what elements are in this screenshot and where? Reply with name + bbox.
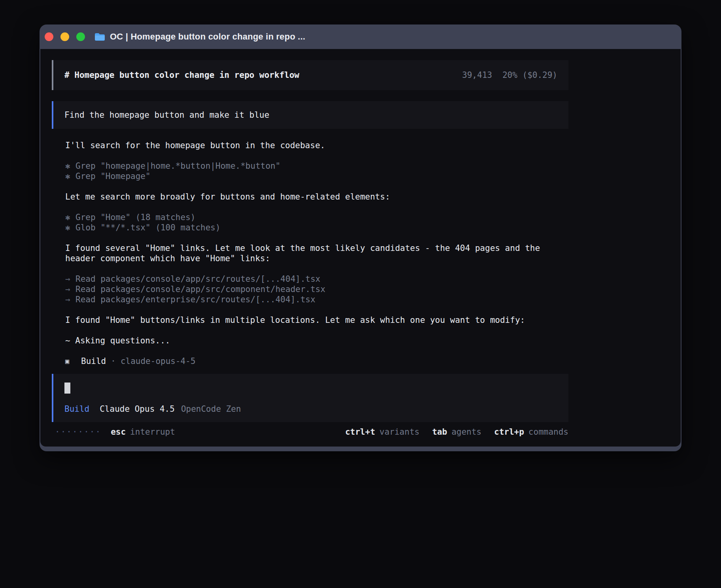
session-header: # Homepage button color change in repo w… [52, 60, 568, 90]
window-title: OC | Homepage button color change in rep… [110, 32, 305, 42]
user-message-text: Find the homepage button and make it blu… [64, 110, 269, 120]
arrow-right-icon: → [65, 294, 75, 305]
shortcut-agents: tab agents [432, 427, 481, 437]
context-usage: 20% ($0.29) [502, 70, 557, 80]
assistant-text: I found "Home" buttons/links in multiple… [65, 315, 568, 325]
window-titlebar: OC | Homepage button color change in rep… [40, 24, 681, 49]
shortcut-label: agents [451, 427, 481, 437]
session-title: # Homepage button color change in repo w… [64, 70, 299, 80]
spinner-dots: ········ [55, 427, 101, 437]
file-read-group: → Read packages/console/app/src/routes/[… [65, 274, 568, 305]
model-label: Claude Opus 4.5 [100, 404, 175, 414]
assistant-text: I'll search for the homepage button in t… [65, 140, 568, 151]
tool-asterisk-icon: ✱ [65, 212, 75, 222]
shortcut-variants: ctrl+t variants [345, 427, 419, 437]
agent-name: Build [81, 356, 106, 366]
mode-label: Build [64, 404, 89, 414]
tool-call-line: ✱ Grep "Home" (18 matches) [65, 212, 568, 222]
tool-asterisk-icon: ✱ [65, 171, 75, 181]
agent-square-icon: ▣ [65, 356, 81, 366]
prompt-cursor-line[interactable] [64, 383, 557, 394]
shortcut-label: interrupt [130, 427, 175, 437]
shortcut-interrupt: esc interrupt [111, 427, 175, 437]
file-read-line: → Read packages/enterprise/src/routes/[.… [65, 294, 568, 305]
text-cursor [64, 383, 70, 394]
minimize-button[interactable] [60, 32, 69, 41]
close-button[interactable] [45, 32, 53, 41]
tool-call-group: ✱ Grep "homepage|home.*button|Home.*butt… [65, 161, 568, 181]
token-count: 39,413 [462, 70, 492, 80]
model-row: Build Claude Opus 4.5 OpenCode Zen [64, 404, 557, 414]
provider-label: OpenCode Zen [181, 404, 241, 414]
tool-call-line: ✱ Grep "homepage|home.*button|Home.*butt… [65, 161, 568, 171]
arrow-right-icon: → [65, 284, 75, 294]
file-read-label: Read packages/enterprise/src/routes/[...… [75, 294, 315, 305]
tool-call-line: ✱ Grep "Homepage" [65, 171, 568, 181]
file-read-label: Read packages/console/app/src/routes/[..… [75, 274, 321, 284]
arrow-right-icon: → [65, 274, 75, 284]
shortcut-key: ctrl+p [494, 427, 524, 437]
shortcut-commands: ctrl+p commands [494, 427, 568, 437]
folder-icon [94, 32, 105, 41]
shortcut-key: esc [111, 427, 126, 437]
shortcut-key: tab [432, 427, 447, 437]
assistant-text: I found several "Home" links. Let me loo… [65, 243, 565, 264]
file-read-line: → Read packages/console/app/src/routes/[… [65, 274, 568, 284]
zoom-button[interactable] [76, 32, 85, 41]
assistant-transcript: I'll search for the homepage button in t… [52, 140, 568, 366]
tool-call-label: Grep "Homepage" [75, 171, 151, 181]
tool-asterisk-icon: ✱ [65, 161, 75, 171]
status-bar-left: ········ esc interrupt [55, 427, 175, 437]
agent-badge: ▣ Build · claude-opus-4-5 [65, 356, 568, 366]
traffic-lights [45, 32, 85, 41]
agent-model: claude-opus-4-5 [121, 356, 196, 366]
status-bar-right: ctrl+t variants tab agents ctrl+p comman… [345, 427, 568, 437]
status-bar: ········ esc interrupt ctrl+t variants t… [52, 427, 568, 437]
tool-call-label: Grep "Home" (18 matches) [75, 212, 195, 222]
status-line: ~ Asking questions... [65, 335, 568, 346]
file-read-line: → Read packages/console/app/src/componen… [65, 284, 568, 294]
user-message: Find the homepage button and make it blu… [52, 101, 568, 129]
tool-call-label: Grep "homepage|home.*button|Home.*button… [75, 161, 280, 171]
assistant-text: Let me search more broadly for buttons a… [65, 192, 568, 202]
agent-separator: · [111, 356, 116, 366]
tool-call-line: ✱ Glob "**/*.tsx" (100 matches) [65, 222, 568, 233]
shortcut-label: commands [528, 427, 568, 437]
shortcut-key: ctrl+t [345, 427, 375, 437]
prompt-input[interactable]: Build Claude Opus 4.5 OpenCode Zen [52, 374, 568, 422]
tool-asterisk-icon: ✱ [65, 222, 75, 233]
terminal-window: OC | Homepage button color change in rep… [40, 24, 681, 451]
shortcut-label: variants [379, 427, 419, 437]
file-read-label: Read packages/console/app/src/component/… [75, 284, 325, 294]
session-meta: 39,413 20% ($0.29) [462, 70, 557, 80]
tool-call-group: ✱ Grep "Home" (18 matches) ✱ Glob "**/*.… [65, 212, 568, 233]
tool-call-label: Glob "**/*.tsx" (100 matches) [75, 222, 221, 233]
terminal-body: # Homepage button color change in repo w… [40, 49, 681, 447]
